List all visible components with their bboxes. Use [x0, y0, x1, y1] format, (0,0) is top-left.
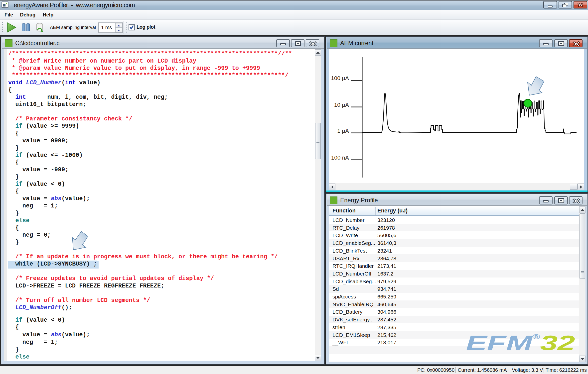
svg-text:1 µA: 1 µA [337, 128, 349, 134]
svg-text:100 nA: 100 nA [331, 155, 349, 161]
svg-text:10 µA: 10 µA [334, 102, 349, 108]
svg-text:100 µA: 100 µA [331, 75, 349, 81]
